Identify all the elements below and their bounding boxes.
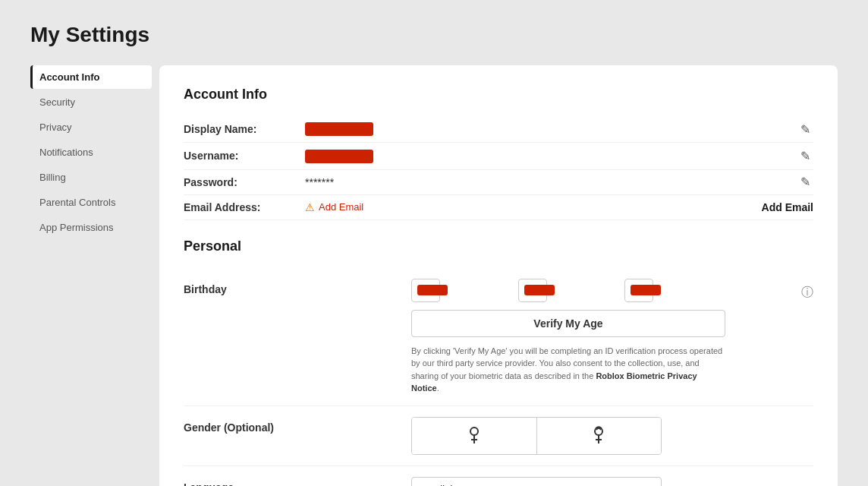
sidebar-item-privacy[interactable]: Privacy <box>30 115 152 139</box>
female-icon <box>590 425 607 447</box>
username-row: Username: ✎ <box>184 143 813 169</box>
svg-point-0 <box>470 428 478 435</box>
edit-display-name-button[interactable]: ✎ <box>797 119 813 140</box>
display-name-redacted <box>305 122 373 136</box>
display-name-label: Display Name: <box>184 123 305 135</box>
add-email-button[interactable]: Add Email <box>762 201 813 213</box>
language-row: Language English Español Français Deutsc… <box>184 466 813 486</box>
birthday-info-icon[interactable]: ⓘ <box>801 285 813 301</box>
birthday-day-select[interactable] <box>518 279 547 302</box>
birthday-label: Birthday <box>184 279 411 295</box>
gender-male-button[interactable] <box>412 418 537 454</box>
gender-controls <box>411 417 813 455</box>
username-redacted <box>305 150 373 163</box>
personal-section: Personal Birthday <box>184 238 813 486</box>
warning-icon: ⚠ <box>305 201 315 213</box>
add-email-link[interactable]: ⚠ Add Email <box>305 201 813 213</box>
email-row: Email Address: ⚠ Add Email Add Email <box>184 195 813 220</box>
birthday-controls: Verify My Age By clicking 'Verify My Age… <box>411 279 725 395</box>
male-icon <box>466 425 483 447</box>
add-email-link-text: Add Email <box>319 201 363 213</box>
sidebar-item-notifications[interactable]: Notifications <box>30 140 152 164</box>
sidebar-item-billing[interactable]: Billing <box>30 166 152 189</box>
username-value <box>305 149 813 163</box>
personal-title: Personal <box>184 238 813 254</box>
birthday-day-wrapper <box>518 279 619 302</box>
display-name-value <box>305 122 813 136</box>
birthday-row: Birthday <box>184 268 813 406</box>
email-value: ⚠ Add Email <box>305 201 813 213</box>
gender-row: Gender (Optional) <box>184 406 813 466</box>
sidebar-item-parental-controls[interactable]: Parental Controls <box>30 191 152 214</box>
gender-label: Gender (Optional) <box>184 417 411 434</box>
birthday-month-select[interactable] <box>411 279 440 302</box>
verify-disclaimer: By clicking 'Verify My Age' you will be … <box>411 345 725 395</box>
edit-username-button[interactable]: ✎ <box>797 146 813 166</box>
birthday-year-select[interactable] <box>624 279 653 302</box>
sidebar-item-app-permissions[interactable]: App Permissions <box>30 216 152 239</box>
account-info-title: Account Info <box>184 87 813 103</box>
display-name-row: Display Name: ✎ <box>184 116 813 143</box>
gender-female-button[interactable] <box>537 418 662 454</box>
edit-password-button[interactable]: ✎ <box>797 172 813 192</box>
page-title: My Settings <box>30 23 838 47</box>
birthday-year-wrapper <box>624 279 725 302</box>
sidebar-item-account-info[interactable]: Account Info <box>30 65 152 89</box>
birthday-selects <box>411 279 725 302</box>
language-controls: English Español Français Deutsch Portugu… <box>411 477 813 486</box>
sidebar: Account Info Security Privacy Notificati… <box>30 65 152 486</box>
sidebar-item-security[interactable]: Security <box>30 90 152 114</box>
password-value: ******* <box>305 176 813 188</box>
email-label: Email Address: <box>184 201 305 213</box>
birthday-month-wrapper <box>411 279 512 302</box>
password-row: Password: ******* ✎ <box>184 170 813 195</box>
password-label: Password: <box>184 176 305 188</box>
settings-content: Account Info Display Name: ✎ Username: ✎… <box>159 65 838 486</box>
username-label: Username: <box>184 150 305 162</box>
language-label: Language <box>184 477 411 486</box>
language-select[interactable]: English Español Français Deutsch Portugu… <box>411 477 662 486</box>
gender-buttons <box>411 417 662 455</box>
verify-disclaimer-end: . <box>437 383 439 393</box>
verify-age-button[interactable]: Verify My Age <box>411 310 725 337</box>
